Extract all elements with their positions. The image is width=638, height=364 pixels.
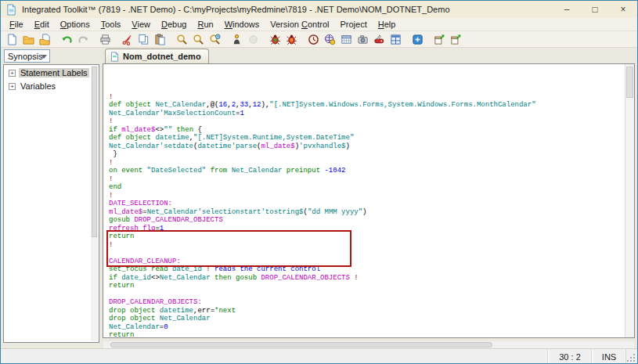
toolbar-separator [223, 32, 229, 46]
web-globe-icon[interactable] [323, 32, 337, 46]
menu-tools[interactable]: Tools [96, 19, 127, 30]
code-line[interactable]: def object datetime,"[.NET]System.Runtim… [109, 134, 625, 142]
code-line[interactable]: return [109, 331, 625, 337]
code-line[interactable]: if ml_date$<>"" then { [109, 126, 625, 135]
code-line[interactable]: ! [109, 175, 625, 184]
toolbar-separator [300, 32, 305, 46]
code-line[interactable]: } [109, 150, 625, 159]
code-line[interactable]: drop object Net_Calendar [109, 315, 625, 323]
resize-grip[interactable] [626, 349, 637, 364]
code-line[interactable]: Net_Calendar=0 [109, 323, 625, 332]
code-line[interactable]: Net_Calendar'MaxSelectionCount=1 [109, 110, 625, 118]
synopsis-tree[interactable]: +Statement Labels+Variables [3, 64, 99, 343]
expand-plus-icon[interactable]: + [9, 83, 16, 90]
window-panels-icon[interactable] [388, 32, 403, 46]
save-file-icon[interactable] [38, 32, 52, 46]
title-bar: Integrated Toolkit™ (7819 - .NET Demo) -… [1, 1, 637, 18]
code-line[interactable]: drop object datetime,err=*next [109, 307, 625, 315]
utilities-knife-icon[interactable] [372, 32, 387, 46]
menu-options[interactable]: Options [55, 19, 96, 30]
code-line[interactable]: refresh_flg=1 [109, 225, 625, 233]
calendar-grid-icon[interactable] [339, 32, 354, 46]
cursor-position: 30 : 2 [548, 349, 592, 364]
menu-run[interactable]: Run [192, 19, 218, 30]
tree-scrollbar[interactable] [91, 66, 98, 341]
menu-version-control[interactable]: Version Control [265, 19, 334, 30]
code-line[interactable]: ! [109, 192, 625, 200]
code-line[interactable]: Net_Calendar'setdate(datetime'parse(ml_d… [109, 142, 625, 151]
menu-debug[interactable]: Debug [156, 19, 192, 30]
debug-bug-icon[interactable] [268, 32, 283, 46]
chevron-down-icon [41, 55, 47, 59]
close-button[interactable]: × [609, 1, 637, 18]
open-in-window-icon[interactable] [432, 32, 447, 46]
code-line[interactable] [109, 290, 625, 299]
code-line[interactable]: ! [109, 117, 625, 126]
redo-icon[interactable] [76, 32, 91, 46]
toolbar-separator [168, 32, 174, 46]
code-line[interactable]: set_focus read date_id ! reads the curre… [109, 265, 625, 274]
cut-icon[interactable] [120, 32, 135, 46]
stop-debug-bug-icon[interactable] [284, 32, 299, 46]
synopsis-select[interactable]: Synopsis [4, 49, 50, 63]
editor-hscroll-thumb[interactable] [110, 342, 492, 348]
toolbar-separator [114, 32, 119, 46]
code-line[interactable]: CALENDAR_CLEANUP: [109, 258, 625, 266]
new-window-icon[interactable] [449, 32, 463, 46]
menu-windows[interactable]: Windows [219, 19, 265, 30]
undo-icon[interactable] [59, 32, 74, 46]
find-icon[interactable] [175, 32, 189, 46]
paste-icon[interactable] [153, 32, 168, 46]
tree-item-variables[interactable]: +Variables [4, 81, 99, 92]
code-line[interactable]: def object Net_Calendar,@(16,2,33,12),"[… [109, 101, 625, 110]
code-line[interactable]: return [109, 232, 625, 241]
open-file-icon[interactable] [21, 32, 36, 46]
code-line[interactable]: gosub DROP_CALENDAR_OBJECTS [109, 216, 625, 225]
tree-scrollbar-thumb[interactable] [92, 67, 97, 237]
code-line[interactable]: on event "DateSelected" from Net_Calenda… [109, 167, 625, 175]
find-next-icon[interactable] [191, 32, 206, 46]
code-line[interactable]: end [109, 183, 625, 192]
editor-vscroll-thumb[interactable] [626, 67, 633, 98]
insert-mode-indicator: INS [592, 349, 626, 364]
step-disabled-icon[interactable] [246, 32, 261, 46]
code-line[interactable]: DATE_SELECTION: [109, 200, 625, 208]
code-line[interactable]: ! [109, 241, 625, 250]
menu-help[interactable]: Help [373, 19, 402, 30]
maximize-button[interactable]: □ [581, 1, 609, 18]
editor-vertical-scrollbar[interactable] [625, 64, 634, 337]
history-clock-icon[interactable] [306, 32, 321, 46]
code-line[interactable]: return [109, 282, 625, 290]
code-editor[interactable]: !def object Net_Calendar,@(16,2,33,12),"… [103, 63, 635, 338]
expand-plus-icon[interactable]: + [9, 70, 16, 77]
code-line[interactable]: if date_id<>Net_Calendar then gosub DROP… [109, 274, 625, 283]
code-line[interactable]: DROP_CALENDAR_OBJECTS: [109, 298, 625, 307]
menu-edit[interactable]: Edit [29, 19, 55, 30]
copy-icon[interactable] [136, 32, 151, 46]
run-program-icon[interactable] [229, 32, 244, 46]
menu-project[interactable]: Project [335, 19, 373, 30]
window-controls: – □ × [553, 1, 637, 18]
toolbar-separator [426, 32, 431, 46]
menu-view[interactable]: View [126, 19, 156, 30]
tab-nom-dotnet-demo[interactable]: Nom_dotnet_demo [105, 49, 209, 63]
find-history-icon[interactable] [207, 32, 222, 46]
refresh-square-icon[interactable] [410, 32, 425, 46]
menu-file[interactable]: File [4, 19, 29, 30]
status-bar: 30 : 2 INS [1, 348, 637, 364]
editor-horizontal-scrollbar[interactable] [103, 341, 634, 348]
minimize-button[interactable]: – [553, 1, 581, 18]
tree-item-label: Variables [19, 81, 57, 91]
toolbar-separator [53, 32, 59, 46]
code-line[interactable] [109, 249, 625, 258]
code-line[interactable]: ! [109, 159, 625, 168]
app-icon [5, 4, 17, 16]
new-file-icon[interactable] [5, 32, 20, 46]
print-icon[interactable] [98, 32, 113, 46]
snapshot-camera-icon[interactable] [355, 32, 370, 46]
code-area[interactable]: !def object Net_Calendar,@(16,2,33,12),"… [103, 64, 625, 337]
tree-item-statement-labels[interactable]: +Statement Labels [4, 67, 99, 78]
code-line[interactable]: ! [109, 93, 625, 102]
app-window: Integrated Toolkit™ (7819 - .NET Demo) -… [0, 0, 638, 364]
code-line[interactable]: ml_date$=Net_Calendar'selectionstart'tos… [109, 208, 625, 217]
